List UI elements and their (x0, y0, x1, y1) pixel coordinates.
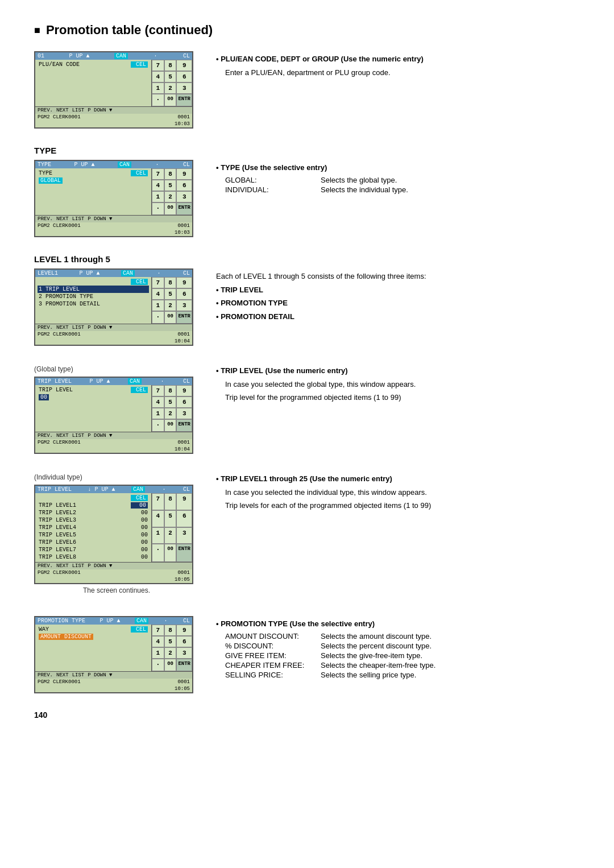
individual-row-3[interactable]: TRIP LEVEL3 00 (38, 516, 149, 524)
level-row-2[interactable]: 2 PROMOTION TYPE (38, 293, 149, 300)
individual-cel-btn[interactable]: CEL (131, 495, 148, 501)
global-numpad-1[interactable]: 1 (152, 408, 164, 419)
global-numpad-2[interactable]: 2 (164, 408, 177, 419)
global-numpad-9[interactable]: 9 (176, 385, 192, 396)
level-numpad-00[interactable]: 00 (164, 311, 177, 324)
type-cel-btn[interactable]: CEL (131, 170, 148, 176)
prom-numpad-4[interactable]: 4 (152, 636, 164, 647)
individual-numpad-dot[interactable]: · (152, 544, 164, 562)
global-nav-next[interactable]: NEXT (56, 433, 69, 439)
global-numpad-6[interactable]: 6 (176, 396, 192, 408)
global-numpad-dot[interactable]: · (152, 419, 164, 432)
individual-nav-prev[interactable]: PREV. (38, 563, 53, 569)
individual-row-6[interactable]: TRIP LEVEL6 00 (38, 539, 149, 546)
prom-numpad-9[interactable]: 9 (176, 625, 192, 636)
global-nav-list[interactable]: LIST (72, 433, 85, 439)
level-row-1[interactable]: 1 TRIP LEVEL (38, 286, 149, 293)
global-numpad-7[interactable]: 7 (152, 385, 164, 396)
type-numpad-6[interactable]: 6 (176, 180, 192, 191)
prom-numpad-3[interactable]: 3 (176, 647, 192, 659)
type-can-btn[interactable]: CAN (118, 162, 131, 168)
type-nav-pdown[interactable]: P DOWN ▼ (88, 216, 112, 222)
prom-numpad-8[interactable]: 8 (164, 625, 177, 636)
prom-nav-pdown[interactable]: P DOWN ▼ (88, 672, 112, 678)
individual-row-1[interactable]: TRIP LEVEL1 00 (38, 502, 149, 509)
prom-numpad-7[interactable]: 7 (152, 625, 164, 636)
individual-numpad-9[interactable]: 9 (176, 493, 192, 510)
global-numpad-3[interactable]: 3 (176, 408, 192, 419)
prom-numpad-2[interactable]: 2 (164, 647, 177, 659)
global-nav-pdown[interactable]: P DOWN ▼ (88, 433, 112, 439)
level-numpad-1[interactable]: 1 (152, 300, 164, 311)
nav-list[interactable]: LIST (72, 108, 85, 113)
level-numpad-dot[interactable]: · (152, 311, 164, 324)
individual-numpad-entr[interactable]: ENTR (176, 544, 192, 562)
prom-numpad-00[interactable]: 00 (164, 659, 177, 671)
prom-nav-prev[interactable]: PREV. (38, 672, 53, 678)
level-numpad-5[interactable]: 5 (164, 288, 177, 300)
prom-can-btn[interactable]: CAN (135, 618, 148, 624)
global-numpad-8[interactable]: 8 (164, 385, 177, 396)
prom-cl-btn[interactable]: CL (183, 618, 190, 624)
level-numpad-6[interactable]: 6 (176, 288, 192, 300)
level-row-3[interactable]: 3 PROMOTION DETAIL (38, 300, 149, 308)
individual-row-2[interactable]: TRIP LEVEL2 00 (38, 509, 149, 516)
type-nav-next[interactable]: NEXT (56, 216, 69, 222)
type-cl-btn[interactable]: CL (183, 162, 190, 168)
prom-numpad-dot[interactable]: · (152, 659, 164, 671)
numpad-2[interactable]: 2 (164, 82, 177, 94)
prom-cel-btn[interactable]: CEL (131, 626, 148, 633)
global-numpad-entr[interactable]: ENTR (176, 419, 192, 432)
individual-row-8[interactable]: TRIP LEVEL8 00 (38, 553, 149, 561)
numpad-1[interactable]: 1 (152, 82, 164, 94)
numpad-3[interactable]: 3 (176, 82, 192, 94)
level-numpad-9[interactable]: 9 (176, 277, 192, 288)
numpad-9[interactable]: 9 (176, 60, 192, 71)
numpad-4[interactable]: 4 (152, 71, 164, 82)
type-numpad-4[interactable]: 4 (152, 180, 164, 191)
prom-numpad-entr[interactable]: ENTR (176, 659, 192, 671)
type-numpad-9[interactable]: 9 (176, 168, 192, 180)
level-numpad-3[interactable]: 3 (176, 300, 192, 311)
global-cl-btn[interactable]: CL (183, 378, 190, 385)
cel-btn[interactable]: CEL (131, 61, 148, 68)
type-nav-list[interactable]: LIST (72, 216, 85, 222)
level-numpad-7[interactable]: 7 (152, 277, 164, 288)
individual-numpad-5[interactable]: 5 (164, 510, 177, 527)
numpad-6[interactable]: 6 (176, 71, 192, 82)
level-numpad-2[interactable]: 2 (164, 300, 177, 311)
type-numpad-1[interactable]: 1 (152, 191, 164, 202)
level-nav-next[interactable]: NEXT (56, 325, 69, 330)
individual-nav-pdown[interactable]: P DOWN ▼ (88, 563, 112, 569)
global-nav-prev[interactable]: PREV. (38, 433, 53, 439)
level-numpad-8[interactable]: 8 (164, 277, 177, 288)
numpad-5[interactable]: 5 (164, 71, 177, 82)
individual-numpad-8[interactable]: 8 (164, 493, 177, 510)
nav-next[interactable]: NEXT (56, 108, 69, 113)
type-numpad-7[interactable]: 7 (152, 168, 164, 180)
level-can-btn[interactable]: CAN (121, 270, 135, 276)
individual-nav-list[interactable]: LIST (72, 563, 85, 569)
individual-cl-btn[interactable]: CL (183, 486, 190, 493)
prom-numpad-5[interactable]: 5 (164, 636, 177, 647)
type-numpad-2[interactable]: 2 (164, 191, 177, 202)
level-numpad-4[interactable]: 4 (152, 288, 164, 300)
type-numpad-8[interactable]: 8 (164, 168, 177, 180)
prom-numpad-1[interactable]: 1 (152, 647, 164, 659)
individual-nav-next[interactable]: NEXT (56, 563, 69, 569)
level-cl-btn[interactable]: CL (183, 270, 190, 276)
individual-numpad-4[interactable]: 4 (152, 510, 164, 527)
type-numpad-3[interactable]: 3 (176, 191, 192, 202)
level-numpad-entr[interactable]: ENTR (176, 311, 192, 324)
numpad-7[interactable]: 7 (152, 60, 164, 71)
individual-numpad-7[interactable]: 7 (152, 493, 164, 510)
global-numpad-00[interactable]: 00 (164, 419, 177, 432)
type-numpad-entr[interactable]: ENTR (176, 202, 192, 215)
type-numpad-00[interactable]: 00 (164, 202, 177, 215)
prom-nav-next[interactable]: NEXT (56, 672, 69, 678)
individual-numpad-1[interactable]: 1 (152, 527, 164, 544)
prom-nav-list[interactable]: LIST (72, 672, 85, 678)
type-nav-prev[interactable]: PREV. (38, 216, 53, 222)
type-numpad-5[interactable]: 5 (164, 180, 177, 191)
type-numpad-dot[interactable]: · (152, 202, 164, 215)
